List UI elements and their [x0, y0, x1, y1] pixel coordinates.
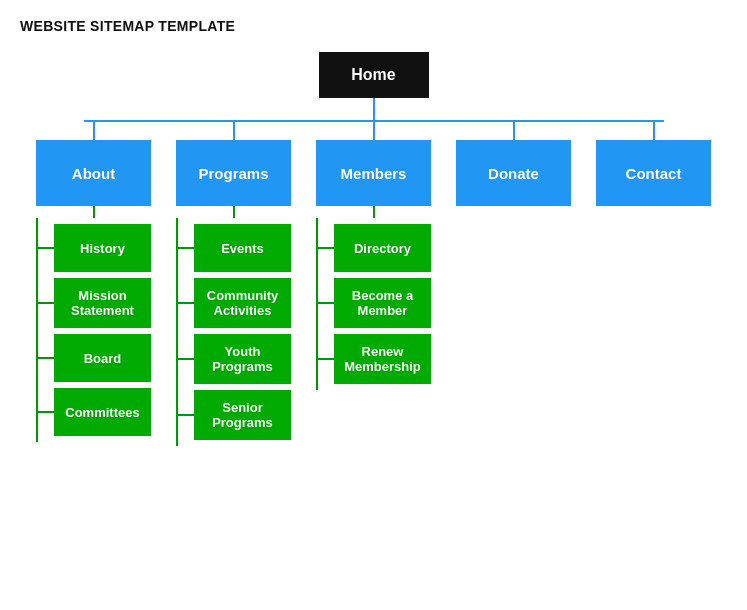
page-title: WEBSITE SITEMAP TEMPLATE — [20, 18, 727, 34]
h-connector — [178, 358, 194, 360]
list-item: Directory — [318, 224, 431, 272]
v-connector-donate — [513, 120, 515, 140]
h-connector — [318, 247, 334, 249]
col-about: About History Mission Statement — [24, 120, 164, 446]
about-children-area: History Mission Statement Board Com — [36, 218, 151, 442]
h-connector — [318, 358, 334, 360]
programs-children-list: Events Community Activities Youth Progra… — [178, 218, 291, 446]
board-node[interactable]: Board — [54, 334, 151, 382]
col-programs: Programs Events Community Activities — [164, 120, 304, 446]
renew-membership-node[interactable]: Renew Membership — [334, 334, 431, 384]
donate-node[interactable]: Donate — [456, 140, 571, 206]
youth-programs-node[interactable]: Youth Programs — [194, 334, 291, 384]
list-item: Community Activities — [178, 278, 291, 328]
col-contact: Contact — [584, 120, 724, 446]
mission-statement-node[interactable]: Mission Statement — [54, 278, 151, 328]
list-item: Board — [38, 334, 151, 382]
h-connector — [38, 247, 54, 249]
list-item: Mission Statement — [38, 278, 151, 328]
home-down-connector — [373, 98, 375, 120]
contact-node[interactable]: Contact — [596, 140, 711, 206]
h-connector — [178, 414, 194, 416]
committees-node[interactable]: Committees — [54, 388, 151, 436]
members-node[interactable]: Members — [316, 140, 431, 206]
list-item: Renew Membership — [318, 334, 431, 384]
list-item: History — [38, 224, 151, 272]
h-connector — [38, 302, 54, 304]
v-line-programs-children — [233, 206, 235, 218]
list-item: Senior Programs — [178, 390, 291, 440]
col-members: Members Directory Become a Member — [304, 120, 444, 446]
members-children-area: Directory Become a Member Renew Membersh… — [316, 218, 431, 390]
v-connector-programs — [233, 120, 235, 140]
home-node[interactable]: Home — [319, 52, 429, 98]
list-item: Committees — [38, 388, 151, 436]
h-connector — [38, 357, 54, 359]
programs-children-area: Events Community Activities Youth Progra… — [176, 218, 291, 446]
list-item: Youth Programs — [178, 334, 291, 384]
list-item: Become a Member — [318, 278, 431, 328]
events-node[interactable]: Events — [194, 224, 291, 272]
col-donate: Donate — [444, 120, 584, 446]
directory-node[interactable]: Directory — [334, 224, 431, 272]
about-children-list: History Mission Statement Board Com — [38, 218, 151, 442]
list-item: Events — [178, 224, 291, 272]
history-node[interactable]: History — [54, 224, 151, 272]
about-node[interactable]: About — [36, 140, 151, 206]
programs-node[interactable]: Programs — [176, 140, 291, 206]
v-line-members-children — [373, 206, 375, 218]
v-connector-contact — [653, 120, 655, 140]
sitemap-container: Home About History — [20, 52, 727, 446]
top-level-row: About History Mission Statement — [24, 120, 724, 446]
horizontal-bar — [84, 120, 664, 122]
h-connector — [318, 302, 334, 304]
senior-programs-node[interactable]: Senior Programs — [194, 390, 291, 440]
h-connector — [178, 247, 194, 249]
h-connector — [178, 302, 194, 304]
v-connector-about — [93, 120, 95, 140]
community-activities-node[interactable]: Community Activities — [194, 278, 291, 328]
become-member-node[interactable]: Become a Member — [334, 278, 431, 328]
v-line-about-children — [93, 206, 95, 218]
h-connector — [38, 411, 54, 413]
v-connector-members — [373, 120, 375, 140]
members-children-list: Directory Become a Member Renew Membersh… — [318, 218, 431, 390]
